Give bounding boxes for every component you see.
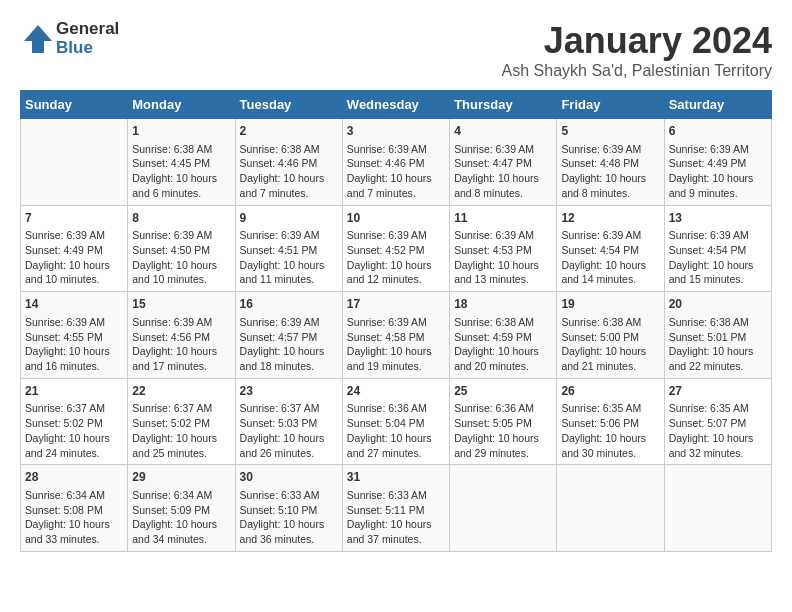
day-info-line: and 12 minutes. — [347, 272, 445, 287]
day-info-line: Sunset: 4:54 PM — [669, 243, 767, 258]
day-info-line: Daylight: 10 hours — [25, 344, 123, 359]
week-row-5: 28Sunrise: 6:34 AMSunset: 5:08 PMDayligh… — [21, 465, 772, 552]
day-info-line: Daylight: 10 hours — [25, 431, 123, 446]
day-info-line: Sunset: 4:56 PM — [132, 330, 230, 345]
calendar-cell: 23Sunrise: 6:37 AMSunset: 5:03 PMDayligh… — [235, 378, 342, 465]
day-number: 8 — [132, 210, 230, 227]
day-info-line: and 13 minutes. — [454, 272, 552, 287]
day-info-line: Daylight: 10 hours — [132, 431, 230, 446]
day-info-line: Sunrise: 6:38 AM — [454, 315, 552, 330]
day-info-line: Sunset: 4:46 PM — [240, 156, 338, 171]
day-info-line: Daylight: 10 hours — [561, 431, 659, 446]
day-info-line: Daylight: 10 hours — [454, 344, 552, 359]
calendar-cell: 8Sunrise: 6:39 AMSunset: 4:50 PMDaylight… — [128, 205, 235, 292]
day-info-line: Sunrise: 6:33 AM — [240, 488, 338, 503]
day-info-line: Sunset: 4:49 PM — [25, 243, 123, 258]
day-info-line: Sunset: 5:01 PM — [669, 330, 767, 345]
day-info-line: Sunset: 4:58 PM — [347, 330, 445, 345]
day-info-line: and 14 minutes. — [561, 272, 659, 287]
day-info-line: Sunrise: 6:34 AM — [132, 488, 230, 503]
day-info-line: Sunset: 5:10 PM — [240, 503, 338, 518]
day-info-line: Sunset: 4:54 PM — [561, 243, 659, 258]
day-info-line: Daylight: 10 hours — [454, 171, 552, 186]
day-info-line: and 17 minutes. — [132, 359, 230, 374]
day-info-line: Sunrise: 6:39 AM — [347, 315, 445, 330]
header-tuesday: Tuesday — [235, 91, 342, 119]
day-info-line: and 22 minutes. — [669, 359, 767, 374]
day-info-line: and 9 minutes. — [669, 186, 767, 201]
day-info-line: Sunset: 4:57 PM — [240, 330, 338, 345]
calendar-cell: 18Sunrise: 6:38 AMSunset: 4:59 PMDayligh… — [450, 292, 557, 379]
calendar-cell: 4Sunrise: 6:39 AMSunset: 4:47 PMDaylight… — [450, 119, 557, 206]
day-info-line: Sunrise: 6:39 AM — [132, 228, 230, 243]
day-info-line: Sunrise: 6:39 AM — [669, 142, 767, 157]
calendar-cell: 30Sunrise: 6:33 AMSunset: 5:10 PMDayligh… — [235, 465, 342, 552]
calendar-cell: 24Sunrise: 6:36 AMSunset: 5:04 PMDayligh… — [342, 378, 449, 465]
logo-icon — [20, 21, 56, 57]
day-info-line: Sunset: 5:05 PM — [454, 416, 552, 431]
day-info-line: Sunset: 4:46 PM — [347, 156, 445, 171]
day-number: 22 — [132, 383, 230, 400]
day-number: 4 — [454, 123, 552, 140]
page-header: General Blue January 2024 Ash Shaykh Sa'… — [20, 20, 772, 80]
day-number: 14 — [25, 296, 123, 313]
day-info-line: Daylight: 10 hours — [132, 344, 230, 359]
week-row-4: 21Sunrise: 6:37 AMSunset: 5:02 PMDayligh… — [21, 378, 772, 465]
calendar-cell: 27Sunrise: 6:35 AMSunset: 5:07 PMDayligh… — [664, 378, 771, 465]
day-info-line: Sunset: 5:03 PM — [240, 416, 338, 431]
day-info-line: Daylight: 10 hours — [347, 171, 445, 186]
day-info-line: Daylight: 10 hours — [132, 258, 230, 273]
day-info-line: Daylight: 10 hours — [240, 258, 338, 273]
logo: General Blue — [20, 20, 119, 57]
calendar-cell: 6Sunrise: 6:39 AMSunset: 4:49 PMDaylight… — [664, 119, 771, 206]
day-info-line: Daylight: 10 hours — [454, 258, 552, 273]
calendar-cell: 1Sunrise: 6:38 AMSunset: 4:45 PMDaylight… — [128, 119, 235, 206]
day-info-line: and 37 minutes. — [347, 532, 445, 547]
day-info-line: Sunset: 5:08 PM — [25, 503, 123, 518]
header-wednesday: Wednesday — [342, 91, 449, 119]
day-info-line: Sunrise: 6:36 AM — [347, 401, 445, 416]
day-info-line: and 19 minutes. — [347, 359, 445, 374]
day-info-line: Sunset: 4:52 PM — [347, 243, 445, 258]
day-info-line: Sunset: 4:59 PM — [454, 330, 552, 345]
calendar-cell: 22Sunrise: 6:37 AMSunset: 5:02 PMDayligh… — [128, 378, 235, 465]
day-info-line: and 24 minutes. — [25, 446, 123, 461]
day-info-line: Sunset: 4:48 PM — [561, 156, 659, 171]
day-info-line: Sunrise: 6:37 AM — [25, 401, 123, 416]
day-number: 16 — [240, 296, 338, 313]
calendar-cell: 10Sunrise: 6:39 AMSunset: 4:52 PMDayligh… — [342, 205, 449, 292]
day-info-line: Sunrise: 6:36 AM — [454, 401, 552, 416]
day-info-line: Sunrise: 6:39 AM — [347, 228, 445, 243]
day-info-line: Daylight: 10 hours — [25, 517, 123, 532]
calendar-cell: 26Sunrise: 6:35 AMSunset: 5:06 PMDayligh… — [557, 378, 664, 465]
calendar-cell: 5Sunrise: 6:39 AMSunset: 4:48 PMDaylight… — [557, 119, 664, 206]
day-info-line: and 26 minutes. — [240, 446, 338, 461]
day-info-line: Sunset: 4:51 PM — [240, 243, 338, 258]
calendar-cell: 31Sunrise: 6:33 AMSunset: 5:11 PMDayligh… — [342, 465, 449, 552]
day-info-line: and 10 minutes. — [132, 272, 230, 287]
calendar-cell: 12Sunrise: 6:39 AMSunset: 4:54 PMDayligh… — [557, 205, 664, 292]
day-info-line: Daylight: 10 hours — [132, 171, 230, 186]
day-info-line: Sunrise: 6:39 AM — [347, 142, 445, 157]
day-info-line: and 15 minutes. — [669, 272, 767, 287]
header-friday: Friday — [557, 91, 664, 119]
day-info-line: Daylight: 10 hours — [347, 431, 445, 446]
day-info-line: and 20 minutes. — [454, 359, 552, 374]
calendar-cell: 13Sunrise: 6:39 AMSunset: 4:54 PMDayligh… — [664, 205, 771, 292]
day-info-line: Daylight: 10 hours — [240, 431, 338, 446]
day-info-line: Sunset: 5:09 PM — [132, 503, 230, 518]
day-info-line: Daylight: 10 hours — [561, 344, 659, 359]
week-row-3: 14Sunrise: 6:39 AMSunset: 4:55 PMDayligh… — [21, 292, 772, 379]
calendar-cell: 3Sunrise: 6:39 AMSunset: 4:46 PMDaylight… — [342, 119, 449, 206]
calendar-table: SundayMondayTuesdayWednesdayThursdayFrid… — [20, 90, 772, 552]
header-thursday: Thursday — [450, 91, 557, 119]
day-info-line: and 11 minutes. — [240, 272, 338, 287]
day-info-line: Sunrise: 6:39 AM — [25, 228, 123, 243]
day-info-line: and 18 minutes. — [240, 359, 338, 374]
day-info-line: Sunrise: 6:35 AM — [669, 401, 767, 416]
day-info-line: Sunrise: 6:39 AM — [25, 315, 123, 330]
header-sunday: Sunday — [21, 91, 128, 119]
day-info-line: and 27 minutes. — [347, 446, 445, 461]
day-info-line: Sunset: 5:11 PM — [347, 503, 445, 518]
day-info-line: Sunset: 5:04 PM — [347, 416, 445, 431]
